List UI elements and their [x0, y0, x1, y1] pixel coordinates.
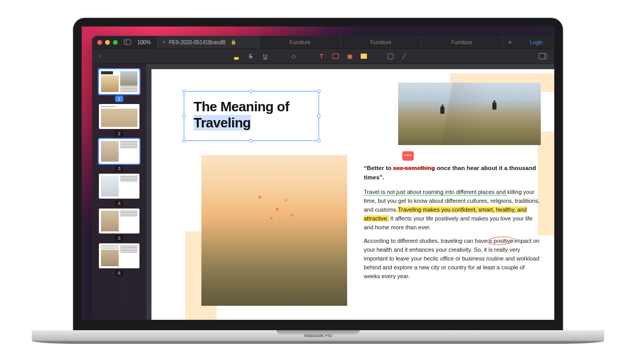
underline-annotation: Travel is not just about roaming into di…	[364, 189, 507, 196]
body-text[interactable]: “Better to see something once than hear …	[364, 164, 541, 285]
tab-label: PE8-2020-05141BrandB	[169, 40, 225, 45]
tab-item[interactable]: Furniture	[259, 36, 340, 48]
textbox-tool-icon[interactable]	[333, 54, 339, 59]
laptop-screen: 100% × PE8-2020-05141BrandB 🔒 Furniture …	[73, 18, 563, 330]
strikethrough-annotation: see something	[393, 165, 435, 171]
annotation-toolbar: ‹ ▃ S̶ U ◇ T ▦	[92, 48, 554, 64]
note-tool-icon[interactable]	[361, 54, 367, 59]
minimize-window-button[interactable]	[105, 40, 110, 45]
pdf-editor-window: 100% × PE8-2020-05141BrandB 🔒 Furniture …	[92, 36, 554, 320]
eraser-tool-icon[interactable]: ◇	[290, 53, 297, 60]
tab-close-icon[interactable]: ×	[163, 40, 166, 45]
hikers-mountain-image	[398, 83, 541, 145]
hiker-figure	[492, 100, 497, 112]
thumbnail-number: 2	[115, 131, 123, 137]
close-window-button[interactable]	[97, 40, 102, 45]
page-thumbnail[interactable]	[99, 243, 139, 268]
markup-tools: ▃ S̶ U	[233, 53, 269, 60]
document-page[interactable]: The Meaning of Traveling	[151, 69, 554, 320]
tabstrip: × PE8-2020-05141BrandB 🔒 Furniture Furni…	[157, 36, 518, 48]
thumbnail-number: 5	[115, 235, 123, 241]
thumbnail-number: 1	[115, 96, 123, 102]
circle-annotation: a positive	[489, 238, 513, 244]
line-tool-icon[interactable]: ╱	[401, 53, 408, 60]
page-thumbnail[interactable]	[99, 104, 139, 129]
resize-handle[interactable]	[249, 139, 253, 142]
text-selection-box[interactable]: The Meaning of Traveling	[184, 91, 319, 141]
shape-tools: ╱	[388, 53, 408, 60]
new-tab-button[interactable]: ＋	[502, 36, 518, 48]
zoom-level[interactable]: 100%	[137, 40, 151, 45]
resize-handle[interactable]	[182, 114, 186, 118]
tab-label: Furniture	[289, 40, 310, 45]
hiker-figure	[440, 105, 445, 116]
resize-handle[interactable]	[317, 139, 321, 142]
thumbnail-number: 4	[115, 200, 123, 206]
desktop-wallpaper: 100% × PE8-2020-05141BrandB 🔒 Furniture …	[82, 27, 554, 320]
laptop-notch	[276, 330, 360, 334]
tab-item[interactable]: Furniture	[421, 36, 502, 48]
highlighter-tool-icon[interactable]: ▃	[233, 53, 240, 60]
page-title[interactable]: The Meaning of Traveling	[184, 92, 319, 138]
tab-label: Furniture	[371, 40, 391, 45]
text-tool-icon[interactable]: T	[318, 53, 325, 60]
shape-tool-icon[interactable]	[388, 54, 393, 59]
fullscreen-window-button[interactable]	[113, 40, 118, 45]
landscape-balloons-image	[201, 155, 347, 306]
annotate-tools: T ▦	[318, 53, 367, 60]
panel-toggle-icon[interactable]	[539, 53, 547, 59]
paragraph: Travel is not just about roaming into di…	[364, 188, 541, 232]
resize-handle[interactable]	[249, 89, 253, 93]
sidebar-toggle-icon[interactable]	[124, 40, 131, 45]
underline-tool-icon[interactable]: U	[262, 53, 269, 60]
resize-handle[interactable]	[182, 89, 186, 93]
app-body: 1 2	[92, 64, 554, 320]
window-titlebar: 100% × PE8-2020-05141BrandB 🔒 Furniture …	[92, 36, 554, 48]
tab-label: Furniture	[451, 40, 472, 45]
traffic-lights	[97, 40, 118, 45]
back-button[interactable]: ‹	[99, 53, 101, 60]
tab-active[interactable]: × PE8-2020-05141BrandB 🔒	[157, 36, 259, 48]
thumbnail-number: 3	[115, 165, 123, 172]
laptop-label: MacBook Pro	[32, 330, 604, 341]
laptop-frame: 100% × PE8-2020-05141BrandB 🔒 Furniture …	[32, 18, 604, 346]
tab-item[interactable]: Furniture	[340, 36, 422, 48]
quote-text: “Better to see something once than hear …	[364, 164, 541, 183]
laptop-base: MacBook Pro	[32, 330, 604, 346]
page-thumbnail[interactable]	[99, 174, 139, 199]
paragraph: According to different studies, travelin…	[364, 237, 541, 281]
resize-handle[interactable]	[317, 114, 321, 118]
document-canvas[interactable]: The Meaning of Traveling	[146, 64, 554, 320]
camera-dot	[316, 21, 320, 24]
page-thumbnail[interactable]	[99, 139, 139, 164]
resize-handle[interactable]	[317, 89, 321, 93]
page-thumbnail[interactable]	[99, 69, 139, 94]
laptop-foot	[32, 341, 604, 344]
erase-tools: ◇	[290, 53, 297, 60]
comment-note-icon[interactable]	[402, 151, 414, 161]
thumbnail-number: 6	[115, 270, 123, 276]
lock-icon: 🔒	[231, 40, 236, 45]
stamp-tool-icon[interactable]: ▦	[346, 53, 353, 60]
thumbnail-sidebar[interactable]: 1 2	[92, 64, 146, 320]
page-thumbnail[interactable]	[99, 209, 139, 233]
resize-handle[interactable]	[182, 139, 186, 142]
login-link[interactable]: Login	[524, 40, 549, 45]
strikethrough-tool-icon[interactable]: S̶	[247, 53, 255, 60]
